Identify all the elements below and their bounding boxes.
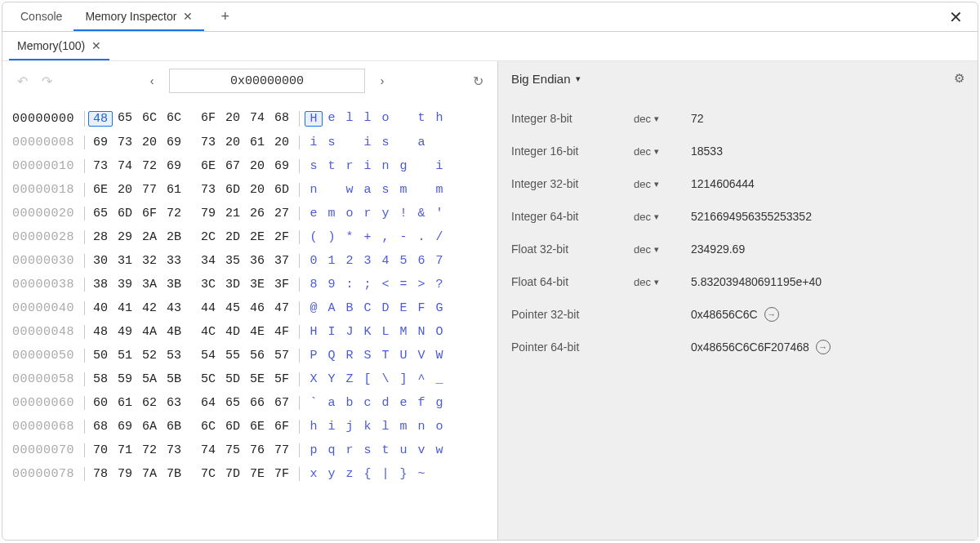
ascii-char[interactable]: X [305, 372, 323, 386]
ascii-char[interactable]: e [323, 111, 341, 127]
ascii-char[interactable] [341, 136, 359, 149]
hex-byte[interactable]: 79 [113, 467, 137, 481]
hex-byte[interactable]: 73 [196, 183, 220, 197]
hex-byte[interactable]: 48 [88, 325, 113, 339]
hex-byte[interactable]: 70 [88, 443, 113, 457]
ascii-char[interactable]: H [305, 325, 323, 339]
ascii-char[interactable]: 8 [305, 278, 323, 292]
hex-byte[interactable]: 6C [137, 111, 162, 127]
ascii-char[interactable]: C [359, 301, 376, 315]
hex-byte[interactable]: 54 [196, 349, 220, 363]
ascii-char[interactable]: : [341, 278, 359, 292]
ascii-char[interactable]: y [376, 207, 394, 220]
ascii-char[interactable]: ] [394, 372, 412, 386]
ascii-char[interactable]: e [305, 207, 323, 220]
ascii-char[interactable]: n [412, 420, 430, 434]
ascii-char[interactable]: r [341, 159, 359, 173]
hex-byte[interactable]: 71 [113, 443, 137, 457]
ascii-char[interactable]: L [376, 325, 394, 339]
ascii-char[interactable]: 9 [323, 278, 341, 292]
ascii-char[interactable]: v [412, 443, 430, 457]
hex-byte[interactable]: 69 [162, 136, 186, 149]
ascii-char[interactable]: q [323, 443, 341, 457]
hex-byte[interactable]: 6E [245, 420, 270, 434]
hex-byte[interactable]: 74 [113, 159, 137, 173]
hex-byte[interactable]: 58 [88, 372, 113, 386]
close-icon[interactable]: ✕ [91, 39, 101, 52]
ascii-char[interactable]: h [430, 111, 448, 127]
hex-byte[interactable]: 77 [137, 183, 162, 197]
hex-byte[interactable]: 73 [113, 136, 137, 149]
ascii-char[interactable]: r [341, 443, 359, 457]
hex-byte[interactable]: 38 [88, 278, 113, 292]
endian-select[interactable]: Big Endian ▾ [511, 72, 581, 86]
ascii-char[interactable]: s [305, 159, 323, 173]
ascii-char[interactable]: w [430, 443, 448, 457]
hex-byte[interactable]: 52 [137, 349, 162, 363]
hex-byte[interactable]: 69 [270, 159, 294, 173]
ascii-char[interactable]: } [394, 467, 412, 481]
hex-byte[interactable]: 6F [137, 207, 162, 220]
ascii-char[interactable]: 5 [394, 254, 412, 268]
hex-byte[interactable]: 31 [113, 254, 137, 268]
format-select[interactable]: dec▾ [634, 243, 691, 256]
ascii-char[interactable]: | [376, 467, 394, 481]
ascii-char[interactable]: f [412, 396, 430, 410]
panel-close-button[interactable]: ✕ [941, 4, 971, 30]
ascii-char[interactable]: H [305, 111, 323, 127]
ascii-char[interactable]: * [341, 230, 359, 244]
hex-byte[interactable]: 2F [270, 230, 294, 244]
hex-byte[interactable]: 57 [270, 349, 294, 363]
ascii-char[interactable]: h [305, 420, 323, 434]
hex-byte[interactable]: 61 [162, 183, 186, 197]
hex-byte[interactable]: 77 [270, 443, 294, 457]
ascii-char[interactable]: g [394, 159, 412, 173]
hex-byte[interactable]: 2B [162, 230, 186, 244]
jump-to-address-icon[interactable]: → [816, 340, 831, 354]
hex-byte[interactable]: 64 [196, 396, 220, 410]
ascii-char[interactable]: t [323, 159, 341, 173]
ascii-char[interactable]: i [430, 159, 448, 173]
ascii-char[interactable]: a [412, 136, 430, 149]
hex-byte[interactable]: 44 [196, 301, 220, 315]
hex-byte[interactable]: 4D [220, 325, 245, 339]
hex-byte[interactable]: 6B [162, 420, 186, 434]
ascii-char[interactable]: ` [305, 396, 323, 410]
hex-byte[interactable]: 78 [88, 467, 113, 481]
ascii-char[interactable]: , [376, 230, 394, 244]
ascii-char[interactable]: m [394, 183, 412, 197]
hex-byte[interactable]: 6C [196, 420, 220, 434]
hex-byte[interactable]: 56 [245, 349, 270, 363]
ascii-char[interactable]: m [394, 420, 412, 434]
ascii-char[interactable]: g [430, 396, 448, 410]
undo-icon[interactable]: ↶ [12, 71, 32, 91]
hex-byte[interactable]: 27 [270, 207, 294, 220]
hex-byte[interactable]: 63 [162, 396, 186, 410]
hex-byte[interactable]: 4A [137, 325, 162, 339]
hex-byte[interactable]: 69 [113, 420, 137, 434]
hex-byte[interactable]: 3A [137, 278, 162, 292]
hex-byte[interactable]: 76 [245, 443, 270, 457]
ascii-char[interactable]: d [376, 396, 394, 410]
ascii-char[interactable]: 2 [341, 254, 359, 268]
ascii-char[interactable]: Y [323, 372, 341, 386]
ascii-char[interactable]: J [341, 325, 359, 339]
format-select[interactable]: dec▾ [634, 113, 691, 125]
ascii-char[interactable] [430, 136, 448, 149]
ascii-char[interactable]: z [341, 467, 359, 481]
ascii-char[interactable]: > [412, 278, 430, 292]
ascii-char[interactable]: ! [394, 207, 412, 220]
hex-byte[interactable]: 35 [220, 254, 245, 268]
hex-byte[interactable]: 7F [270, 467, 294, 481]
hex-byte[interactable]: 20 [245, 159, 270, 173]
ascii-char[interactable]: 1 [323, 254, 341, 268]
ascii-char[interactable]: t [412, 111, 430, 127]
hex-byte[interactable]: 61 [245, 136, 270, 149]
ascii-char[interactable]: u [394, 443, 412, 457]
ascii-char[interactable]: & [412, 207, 430, 220]
hex-byte[interactable]: 36 [245, 254, 270, 268]
hex-byte[interactable]: 5A [137, 372, 162, 386]
hex-byte[interactable]: 4E [245, 325, 270, 339]
hex-byte[interactable]: 47 [270, 301, 294, 315]
add-tab-button[interactable]: + [214, 5, 236, 29]
